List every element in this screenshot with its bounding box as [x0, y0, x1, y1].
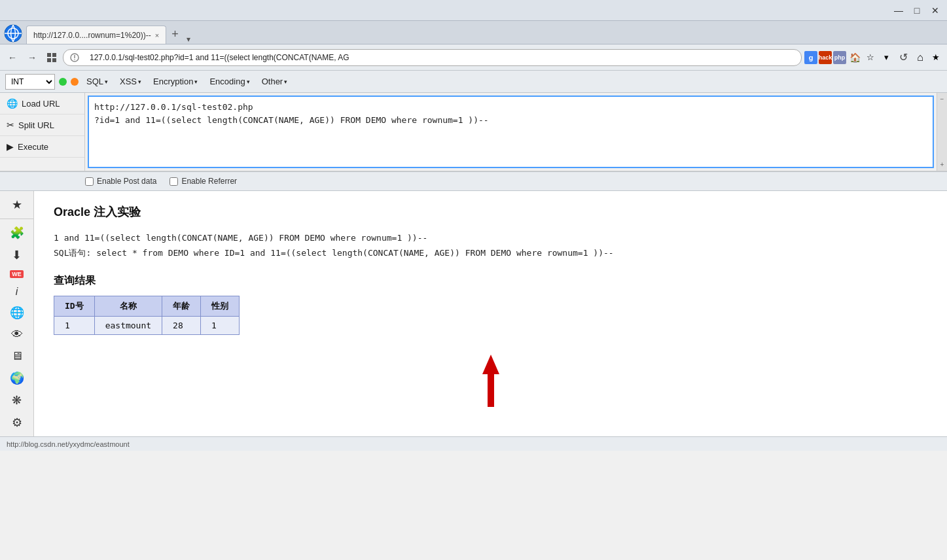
- page-title: Oracle 注入实验: [54, 204, 927, 220]
- sidebar-earth[interactable]: 🌍: [0, 367, 33, 389]
- sidebar-star[interactable]: ★: [0, 194, 33, 216]
- inject-line2: SQL语句: select * from DEMO where ID=1 and…: [54, 245, 927, 260]
- collapse-minus: −: [940, 96, 944, 103]
- new-tab-button[interactable]: +: [166, 25, 184, 44]
- star-sidebar-icon: ★: [12, 198, 22, 212]
- address-input-container: [63, 49, 802, 66]
- star-icon[interactable]: ★: [929, 50, 943, 65]
- inject-info: 1 and 11=((select length(CONCAT(NAME, AG…: [54, 230, 927, 261]
- xss-menu[interactable]: XSS▾: [116, 75, 145, 88]
- title-bar: — □ ✕: [0, 0, 947, 21]
- split-url-label: Split URL: [18, 120, 54, 130]
- google-icon[interactable]: g: [804, 51, 817, 64]
- svg-rect-4: [47, 58, 51, 62]
- grid-button[interactable]: [43, 49, 60, 66]
- minimize-button[interactable]: —: [892, 4, 905, 17]
- table-row: 1 eastmount 28 1: [54, 316, 240, 334]
- other-menu[interactable]: Other▾: [258, 75, 292, 88]
- tab-bar: http://127.0.0....rownum=1%20))-- × + ▾: [0, 21, 947, 44]
- content-section: ★ 🧩 ⬇ WE i 🌐 👁 🖥 🌍 ❋ ⚙: [0, 191, 947, 436]
- cell-gender: 1: [201, 316, 240, 334]
- home-button[interactable]: ⌂: [913, 50, 927, 65]
- tab-dropdown-arrow[interactable]: ▾: [187, 35, 190, 44]
- bookmark-star-icon[interactable]: ☆: [863, 50, 878, 65]
- gear-icon: ⚙: [12, 415, 22, 430]
- url-actions: 🌐 Load URL ✂ Split URL ▶ Execute: [0, 93, 85, 171]
- sidebar-globe[interactable]: 🌐: [0, 302, 33, 324]
- load-url-button[interactable]: 🌐 Load URL: [0, 93, 84, 114]
- execute-button[interactable]: ▶ Execute: [0, 136, 84, 158]
- load-url-icon: 🌐: [7, 98, 18, 109]
- bookmark-dropdown-icon[interactable]: ▾: [879, 50, 893, 65]
- title-bar-controls: — □ ✕: [892, 4, 942, 17]
- cell-id: 1: [54, 316, 95, 334]
- download-icon: ⬇: [12, 248, 22, 262]
- browser-icon: [3, 23, 24, 44]
- svg-rect-5: [52, 58, 56, 62]
- toolbar-icons: g hack php 🏠 ☆ ▾ ↺ ⌂ ★: [804, 49, 943, 66]
- svg-point-7: [74, 59, 75, 60]
- sidebar-we[interactable]: WE: [0, 266, 33, 282]
- url-textarea-wrap: http://127.0.0.1/sql-test02.php ?id=1 an…: [85, 93, 937, 171]
- php-icon[interactable]: php: [833, 51, 846, 64]
- col-gender: 性别: [201, 296, 240, 316]
- puzzle-icon: 🧩: [10, 226, 24, 240]
- sidebar-flower[interactable]: ❋: [0, 389, 33, 411]
- orange-indicator: [71, 78, 79, 86]
- earth-icon: 🌍: [10, 371, 24, 385]
- post-data-text: Enable Post data: [97, 177, 156, 186]
- referrer-label[interactable]: Enable Referrer: [170, 177, 237, 186]
- forward-button[interactable]: →: [24, 49, 41, 66]
- post-data-checkbox[interactable]: [85, 177, 94, 186]
- globe-icon: 🌐: [10, 306, 24, 320]
- we-badge: WE: [10, 270, 24, 278]
- active-tab[interactable]: http://127.0.0....rownum=1%20))-- ×: [26, 26, 166, 44]
- monitor-icon: 🖥: [11, 349, 23, 363]
- green-indicator: [59, 78, 67, 86]
- flower-icon: ❋: [12, 393, 22, 408]
- split-url-icon: ✂: [7, 120, 14, 130]
- referrer-text: Enable Referrer: [181, 177, 237, 186]
- url-section: 🌐 Load URL ✂ Split URL ▶ Execute http://…: [0, 93, 947, 171]
- col-id: ID号: [54, 296, 95, 316]
- address-input[interactable]: [82, 50, 795, 65]
- type-select[interactable]: INT STRING FLOAT: [5, 74, 55, 90]
- hackbar-icon[interactable]: hack: [819, 51, 832, 64]
- load-url-label: Load URL: [22, 99, 60, 109]
- sidebar-download[interactable]: ⬇: [0, 244, 33, 266]
- tab-close-button[interactable]: ×: [155, 31, 159, 39]
- sidebar-puzzle[interactable]: 🧩: [0, 222, 33, 244]
- content-sidebar: ★ 🧩 ⬇ WE i 🌐 👁 🖥 🌍 ❋ ⚙: [0, 191, 34, 436]
- status-text: http://blog.csdn.net/yxydmc/eastmount: [7, 440, 130, 448]
- eye-icon: 👁: [11, 328, 23, 341]
- svg-marker-8: [482, 355, 499, 407]
- refresh-button[interactable]: ↺: [895, 49, 912, 66]
- table-header-row: ID号 名称 年龄 性别: [54, 296, 240, 316]
- sql-menu[interactable]: SQL▾: [82, 75, 112, 88]
- sidebar-info[interactable]: i: [0, 282, 33, 302]
- back-button[interactable]: ←: [4, 49, 21, 66]
- table-head: ID号 名称 年龄 性别: [54, 296, 240, 316]
- close-button[interactable]: ✕: [929, 4, 942, 17]
- sidebar-monitor[interactable]: 🖥: [0, 345, 33, 367]
- execute-icon: ▶: [7, 141, 14, 152]
- right-collapse[interactable]: − +: [937, 93, 947, 171]
- restore-button[interactable]: □: [910, 4, 923, 17]
- cell-age: 28: [162, 316, 201, 334]
- post-data-label[interactable]: Enable Post data: [85, 177, 156, 186]
- encryption-menu[interactable]: Encryption▾: [149, 75, 202, 88]
- referrer-checkbox[interactable]: [170, 177, 178, 186]
- hackbar-toolbar: INT STRING FLOAT SQL▾ XSS▾ Encryption▾ E…: [0, 71, 947, 93]
- url-textarea[interactable]: http://127.0.0.1/sql-test02.php ?id=1 an…: [88, 96, 934, 168]
- query-result-title: 查询结果: [54, 274, 927, 288]
- address-bar: ← → g hack php 🏠 ☆ ▾ ↺ ⌂ ★: [0, 44, 947, 71]
- sidebar-eye[interactable]: 👁: [0, 324, 33, 345]
- split-url-button[interactable]: ✂ Split URL: [0, 114, 84, 136]
- windows-icon[interactable]: 🏠: [848, 50, 862, 65]
- inject-line1: 1 and 11=((select length(CONCAT(NAME, AG…: [54, 230, 927, 245]
- sidebar-gear[interactable]: ⚙: [0, 411, 33, 434]
- encoding-menu[interactable]: Encoding▾: [205, 75, 253, 88]
- tab-label: http://127.0.0....rownum=1%20))--: [33, 31, 151, 40]
- security-icon: [70, 53, 79, 62]
- col-name: 名称: [94, 296, 162, 316]
